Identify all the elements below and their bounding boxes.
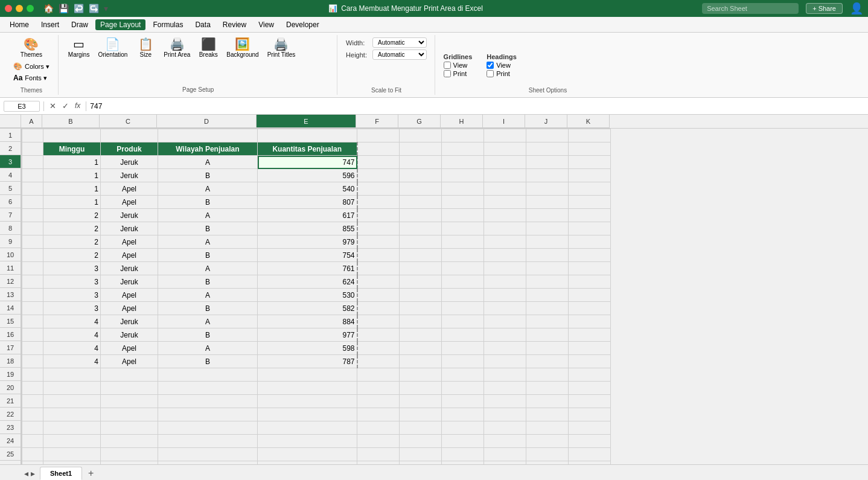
empty-cell-26-5[interactable] bbox=[357, 461, 400, 465]
data-cell-7-6[interactable] bbox=[400, 209, 442, 222]
cell-1-4[interactable] bbox=[258, 129, 357, 142]
data-cell-3-7[interactable] bbox=[442, 156, 484, 169]
empty-cell-24-0[interactable] bbox=[22, 435, 43, 448]
header-cell-7[interactable] bbox=[442, 142, 484, 156]
col-header-B[interactable]: B bbox=[42, 115, 100, 128]
data-cell-7-3[interactable]: A bbox=[158, 209, 258, 222]
undo-icon[interactable]: ↩️ bbox=[72, 4, 85, 13]
empty-cell-19-8[interactable] bbox=[484, 368, 526, 382]
data-cell-17-7[interactable] bbox=[442, 342, 484, 355]
data-cell-6-0[interactable] bbox=[22, 196, 43, 209]
data-cell-11-8[interactable] bbox=[484, 262, 526, 275]
empty-cell-25-5[interactable] bbox=[357, 448, 400, 461]
data-cell-5-6[interactable] bbox=[400, 182, 442, 196]
margins-button[interactable]: ▭ Margins bbox=[65, 36, 94, 60]
data-cell-4-3[interactable]: B bbox=[158, 169, 258, 182]
sheet-tab-sheet1[interactable]: Sheet1 bbox=[40, 467, 82, 480]
data-cell-4-5[interactable] bbox=[357, 169, 400, 182]
data-cell-11-0[interactable] bbox=[22, 262, 43, 275]
header-cell-3[interactable]: Wilayah Penjualan bbox=[158, 142, 258, 156]
empty-cell-20-9[interactable] bbox=[526, 382, 569, 395]
col-header-A[interactable]: A bbox=[21, 115, 42, 128]
empty-cell-23-7[interactable] bbox=[442, 421, 484, 435]
empty-cell-22-10[interactable] bbox=[569, 408, 611, 421]
data-cell-10-2[interactable]: Apel bbox=[101, 249, 158, 262]
empty-cell-20-1[interactable] bbox=[43, 382, 101, 395]
data-cell-16-5[interactable] bbox=[357, 328, 400, 342]
row-header-7[interactable]: 7 bbox=[0, 208, 21, 222]
cell-1-10[interactable] bbox=[569, 129, 611, 142]
data-cell-16-0[interactable] bbox=[22, 328, 43, 342]
empty-cell-25-4[interactable] bbox=[258, 448, 357, 461]
data-cell-14-2[interactable]: Apel bbox=[101, 302, 158, 315]
data-cell-10-9[interactable] bbox=[526, 249, 569, 262]
data-cell-10-10[interactable] bbox=[569, 249, 611, 262]
data-cell-10-3[interactable]: B bbox=[158, 249, 258, 262]
data-cell-15-10[interactable] bbox=[569, 315, 611, 328]
empty-cell-21-1[interactable] bbox=[43, 395, 101, 408]
empty-cell-25-2[interactable] bbox=[101, 448, 158, 461]
cell-1-7[interactable] bbox=[442, 129, 484, 142]
data-cell-6-9[interactable] bbox=[526, 196, 569, 209]
row-header-5[interactable]: 5 bbox=[0, 182, 21, 195]
empty-cell-25-3[interactable] bbox=[158, 448, 258, 461]
empty-cell-26-8[interactable] bbox=[484, 461, 526, 465]
empty-cell-22-2[interactable] bbox=[101, 408, 158, 421]
data-cell-11-4[interactable]: 761 bbox=[258, 262, 357, 275]
empty-cell-22-9[interactable] bbox=[526, 408, 569, 421]
data-cell-8-7[interactable] bbox=[442, 222, 484, 235]
data-cell-17-0[interactable] bbox=[22, 342, 43, 355]
row-header-10[interactable]: 10 bbox=[0, 248, 21, 261]
data-cell-13-4[interactable]: 530 bbox=[258, 289, 357, 302]
data-cell-3-3[interactable]: A bbox=[158, 156, 258, 169]
col-header-D[interactable]: D bbox=[157, 115, 257, 128]
data-cell-18-10[interactable] bbox=[569, 355, 611, 368]
empty-cell-20-2[interactable] bbox=[101, 382, 158, 395]
data-cell-6-1[interactable]: 1 bbox=[43, 196, 101, 209]
data-cell-12-7[interactable] bbox=[442, 275, 484, 289]
row-header-4[interactable]: 4 bbox=[0, 168, 21, 182]
row-header-18[interactable]: 18 bbox=[0, 354, 21, 368]
data-cell-9-8[interactable] bbox=[484, 235, 526, 249]
data-cell-17-4[interactable]: 598 bbox=[258, 342, 357, 355]
data-cell-16-1[interactable]: 4 bbox=[43, 328, 101, 342]
data-cell-17-8[interactable] bbox=[484, 342, 526, 355]
empty-cell-23-3[interactable] bbox=[158, 421, 258, 435]
data-cell-16-2[interactable]: Jeruk bbox=[101, 328, 158, 342]
row-header-8[interactable]: 8 bbox=[0, 222, 21, 235]
row-header-20[interactable]: 20 bbox=[0, 381, 21, 394]
data-cell-3-5[interactable] bbox=[357, 156, 400, 169]
themes-button[interactable]: 🎨 Themes bbox=[17, 36, 46, 60]
empty-cell-19-4[interactable] bbox=[258, 368, 357, 382]
empty-cell-23-6[interactable] bbox=[400, 421, 442, 435]
header-cell-5[interactable] bbox=[357, 142, 400, 156]
data-cell-14-6[interactable] bbox=[400, 302, 442, 315]
data-cell-9-10[interactable] bbox=[569, 235, 611, 249]
data-cell-18-9[interactable] bbox=[526, 355, 569, 368]
background-button[interactable]: 🖼️ Background bbox=[223, 36, 262, 60]
data-cell-14-0[interactable] bbox=[22, 302, 43, 315]
data-cell-13-9[interactable] bbox=[526, 289, 569, 302]
data-cell-13-0[interactable] bbox=[22, 289, 43, 302]
empty-cell-23-2[interactable] bbox=[101, 421, 158, 435]
empty-cell-20-5[interactable] bbox=[357, 382, 400, 395]
empty-cell-24-4[interactable] bbox=[258, 435, 357, 448]
data-cell-12-5[interactable] bbox=[357, 275, 400, 289]
row-header-17[interactable]: 17 bbox=[0, 341, 21, 354]
empty-cell-26-10[interactable] bbox=[569, 461, 611, 465]
data-cell-12-6[interactable] bbox=[400, 275, 442, 289]
data-cell-13-2[interactable]: Apel bbox=[101, 289, 158, 302]
col-header-E[interactable]: E bbox=[257, 115, 356, 128]
col-header-K[interactable]: K bbox=[567, 115, 610, 128]
fonts-button[interactable]: Aa Fonts ▾ bbox=[10, 72, 53, 83]
data-cell-4-6[interactable] bbox=[400, 169, 442, 182]
data-cell-3-8[interactable] bbox=[484, 156, 526, 169]
row-header-23[interactable]: 23 bbox=[0, 421, 21, 434]
data-cell-5-1[interactable]: 1 bbox=[43, 182, 101, 196]
empty-cell-25-0[interactable] bbox=[22, 448, 43, 461]
empty-cell-26-1[interactable] bbox=[43, 461, 101, 465]
empty-cell-20-0[interactable] bbox=[22, 382, 43, 395]
row-header-19[interactable]: 19 bbox=[0, 368, 21, 381]
data-cell-8-3[interactable]: B bbox=[158, 222, 258, 235]
data-cell-8-4[interactable]: 855 bbox=[258, 222, 357, 235]
